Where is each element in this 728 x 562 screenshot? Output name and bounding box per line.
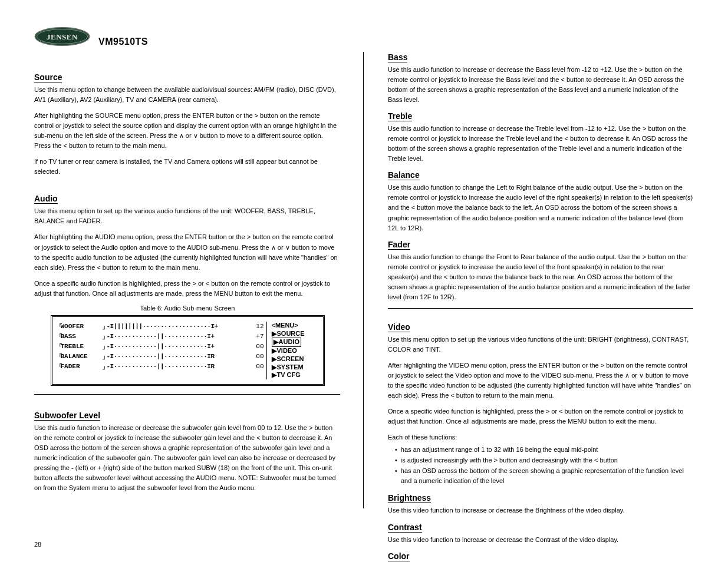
fader-para: Use this audio function to change the Fr… xyxy=(388,252,693,302)
color-heading: Color xyxy=(388,551,410,561)
video-para-1: Use this menu option to set up the vario… xyxy=(388,335,693,355)
audio-row-woofer: 「WOOFER」 -I||||||||···················I+… xyxy=(56,322,264,332)
treble-heading: Treble xyxy=(388,111,412,121)
rule-above-video xyxy=(388,308,693,309)
video-list-item-1: has an adjustment range of 1 to 32 with … xyxy=(388,445,693,455)
audio-row-fader: 「FADER」 -I············||············IR 0… xyxy=(56,362,264,372)
menu-video: ▶VIDEO xyxy=(272,347,319,355)
video-para-3: Once a specific video function is highli… xyxy=(388,406,693,427)
brightness-heading: Brightness xyxy=(388,493,431,503)
contrast-heading: Contrast xyxy=(388,523,422,533)
audio-figure-caption: Table 6: Audio Sub-menu Screen xyxy=(34,305,341,312)
audio-menu-panel: <MENU> ▶SOURCE ▶AUDIO ▶VIDEO ▶SCREEN ▶SY… xyxy=(266,322,319,379)
audio-row-bass: 「BASS」 -I············||············I+ +7 xyxy=(56,332,264,342)
video-list-item-3: has an OSD across the bottom of the scre… xyxy=(388,466,693,486)
svg-text:JENSEN: JENSEN xyxy=(47,32,78,41)
menu-screen: ▶SCREEN xyxy=(272,355,319,363)
video-para-2: After highlighting the VIDEO menu option… xyxy=(388,361,693,401)
menu-tvcfg: ▶TV CFG xyxy=(272,371,319,379)
video-list-item-2: is adjusted increasingly with the > butt… xyxy=(388,455,693,465)
audio-para-3: Once a specific audio function is highli… xyxy=(34,279,341,299)
page: JENSEN VM9510TS Source Use this menu opt… xyxy=(0,0,728,562)
woofer-para: Use this audio function to increase or d… xyxy=(34,423,341,493)
source-para-1: Use this menu option to change between t… xyxy=(34,85,341,105)
page-number: 28 xyxy=(34,541,41,548)
audio-row-balance: 「BALANCE」 -I············||············IR… xyxy=(56,352,264,362)
brightness-para: Use this video function to increase or d… xyxy=(388,505,693,515)
model-number: VM9510TS xyxy=(98,37,148,47)
left-column: Source Use this menu option to change be… xyxy=(34,72,341,499)
video-heading: Video xyxy=(388,322,410,332)
menu-system: ▶SYSTEM xyxy=(272,363,319,372)
jensen-logo-svg: JENSEN xyxy=(34,27,90,47)
jensen-logo: JENSEN xyxy=(34,27,90,47)
audio-para-2: After highlighting the AUDIO menu option… xyxy=(34,232,341,272)
bass-para: Use this audio function to increase or d… xyxy=(388,65,693,105)
rule-under-figure xyxy=(34,394,340,395)
audio-heading: Audio xyxy=(34,194,58,204)
audio-submenu-figure: 「WOOFER」 -I||||||||···················I+… xyxy=(51,315,325,386)
source-heading: Source xyxy=(34,72,62,82)
right-column: Bass Use this audio function to increase… xyxy=(388,52,693,562)
fader-heading: Fader xyxy=(388,240,410,250)
audio-row-treble: 「TREBLE」 -I············||············I+ … xyxy=(56,342,264,352)
menu-title: <MENU> xyxy=(272,322,319,330)
audio-para-1: Use this menu option to set up the vario… xyxy=(34,206,341,226)
contrast-para: Use this video function to increase or d… xyxy=(388,535,693,545)
menu-source: ▶SOURCE xyxy=(272,330,319,338)
audio-sliders-panel: 「WOOFER」 -I||||||||···················I+… xyxy=(56,322,266,379)
balance-para: Use this audio function to change the Le… xyxy=(388,183,693,233)
treble-para: Use this audio function to increase or d… xyxy=(388,124,693,164)
video-list-label: Each of these functions: xyxy=(388,432,693,442)
column-divider xyxy=(363,52,364,508)
source-para-3: If no TV tuner or rear camera is install… xyxy=(34,157,341,177)
bass-heading: Bass xyxy=(388,52,407,62)
woofer-heading: Subwoofer Level xyxy=(34,411,100,421)
balance-heading: Balance xyxy=(388,170,420,180)
menu-audio: ▶AUDIO xyxy=(272,338,319,347)
source-para-2: After highlighting the SOURCE menu optio… xyxy=(34,111,341,151)
